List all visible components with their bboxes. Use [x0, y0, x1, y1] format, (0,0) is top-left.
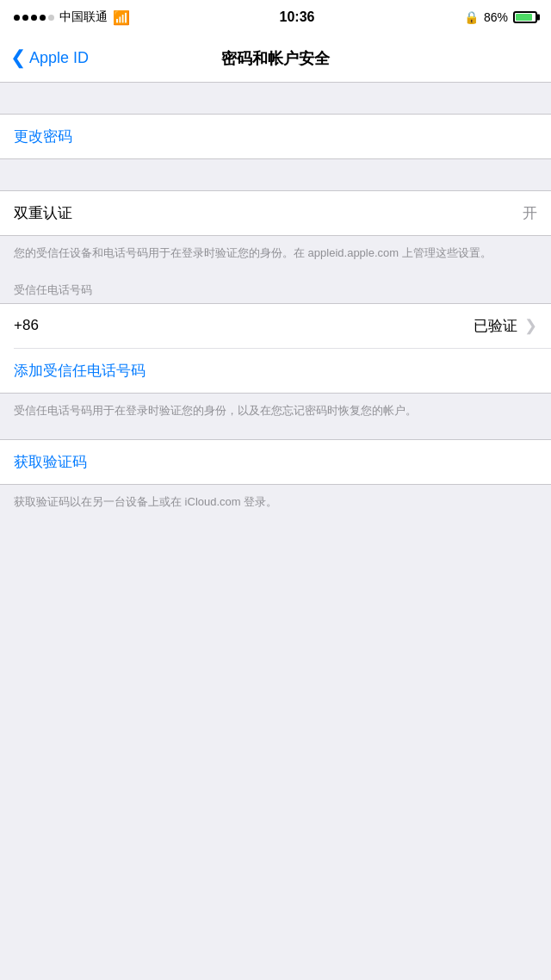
- change-password-item[interactable]: 更改密码: [0, 115, 551, 158]
- carrier-label: 中国联通: [59, 9, 108, 25]
- trusted-phone-header: 受信任电话号码: [0, 274, 551, 303]
- nav-title: 密码和帐户安全: [221, 48, 330, 69]
- wifi-icon: 📶: [113, 9, 130, 26]
- get-code-label: 获取验证码: [14, 452, 87, 472]
- get-code-item[interactable]: 获取验证码: [0, 440, 551, 484]
- two-factor-row: 双重认证 开: [0, 191, 551, 235]
- status-bar: 中国联通 📶 10:36 🔒 86%: [0, 0, 551, 34]
- battery-percent: 86%: [484, 10, 508, 24]
- phone-chevron-icon: ❯: [524, 316, 537, 335]
- gap-2: [0, 159, 551, 190]
- signal-dots: [14, 15, 54, 21]
- get-code-section: 获取验证码: [0, 439, 551, 485]
- two-factor-label: 双重认证: [14, 203, 72, 223]
- back-chevron-icon: ❮: [10, 48, 26, 67]
- back-button[interactable]: ❮ Apple ID: [10, 49, 89, 67]
- bottom-fill: [0, 523, 551, 695]
- time-label: 10:36: [280, 9, 315, 25]
- two-factor-section: 双重认证 开: [0, 190, 551, 236]
- status-right: 🔒 86%: [464, 10, 537, 24]
- phone-right: 已验证 ❯: [474, 316, 537, 336]
- change-password-label: 更改密码: [14, 127, 72, 146]
- gap-3: [0, 431, 551, 439]
- phone-number: +86: [14, 317, 39, 334]
- add-phone-item[interactable]: 添加受信任电话号码: [0, 349, 551, 393]
- change-password-section: 更改密码: [0, 114, 551, 159]
- trusted-phone-note: 受信任电话号码用于在登录时验证您的身份，以及在您忘记密码时恢复您的帐户。: [0, 394, 551, 431]
- lock-icon: 🔒: [464, 10, 479, 24]
- nav-bar: ❮ Apple ID 密码和帐户安全: [0, 34, 551, 83]
- gap-1: [0, 83, 551, 114]
- two-factor-note: 您的受信任设备和电话号码用于在登录时验证您的身份。在 appleid.apple…: [0, 236, 551, 274]
- phone-row[interactable]: +86 已验证 ❯: [0, 304, 551, 348]
- phone-section: +86 已验证 ❯ 添加受信任电话号码: [0, 303, 551, 394]
- get-code-note: 获取验证码以在另一台设备上或在 iCloud.com 登录。: [0, 485, 551, 523]
- battery-icon: [513, 11, 537, 23]
- two-factor-value: 开: [523, 203, 537, 223]
- status-left: 中国联通 📶: [14, 9, 130, 26]
- back-label: Apple ID: [29, 49, 89, 67]
- verified-label: 已验证: [474, 316, 517, 336]
- add-phone-label: 添加受信任电话号码: [14, 361, 145, 381]
